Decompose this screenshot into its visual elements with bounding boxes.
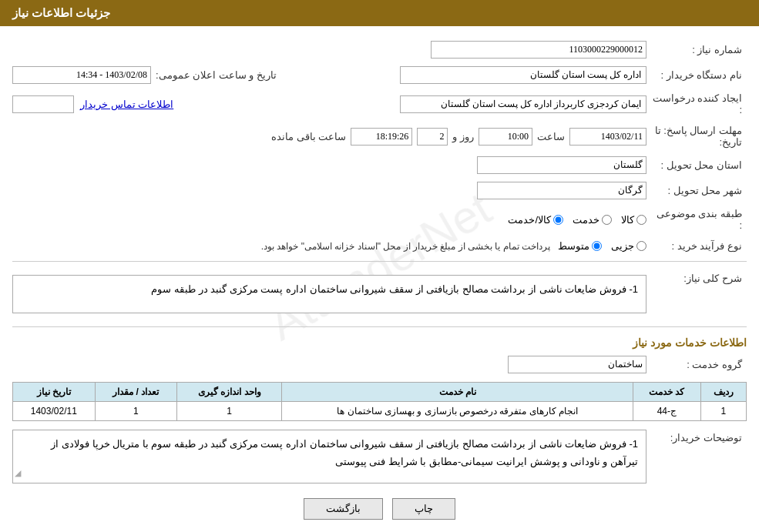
sharh-box: 1- فروش ضایعات ناشی از برداشت مصالح بازی… <box>12 275 646 313</box>
noe-jozee-label: جزیی <box>611 240 634 252</box>
noe-jozee-option[interactable]: جزیی <box>611 240 646 252</box>
divider1 <box>12 261 747 262</box>
mohlat-time-input[interactable] <box>351 128 412 146</box>
mohlat-roz-input[interactable] <box>417 128 448 146</box>
chap-button[interactable]: چاپ <box>392 498 455 520</box>
bazgasht-button[interactable]: بازگشت <box>304 498 383 520</box>
cell-nam: انجام کارهای متفرقه درخصوص بازسازی و بهس… <box>282 402 633 421</box>
col-radif: ردیف <box>700 383 746 402</box>
tozihat-label: توضیحات خریدار: <box>646 427 747 447</box>
tabaqe-kalakhadamat-option[interactable]: کالا/خدمت <box>508 214 563 226</box>
col-tedad: تعداد / مقدار <box>95 383 176 402</box>
ostan-label: استان محل تحویل : <box>646 156 747 174</box>
table-row: 1 ج-44 انجام کارهای متفرقه درخصوص بازساز… <box>13 402 747 421</box>
mohlat-date-input[interactable] <box>569 128 646 146</box>
noe-motavasset-label: متوسط <box>558 240 589 252</box>
shomareNiaz-input[interactable] <box>431 41 646 59</box>
page-header: جزئیات اطلاعات نیاز <box>0 0 759 26</box>
shahr-input[interactable] <box>477 182 646 199</box>
remaining-label: ساعت باقی مانده <box>271 131 346 142</box>
roz-label: روز و <box>452 131 474 142</box>
goroheKhadamat-label: گروه خدمت : <box>646 356 747 373</box>
cell-tedad: 1 <box>95 402 176 421</box>
tarikhoSaat-input[interactable] <box>12 66 151 84</box>
divider2 <box>12 326 747 327</box>
ostan-input[interactable] <box>477 156 646 174</box>
cell-tarikh: 1403/02/11 <box>13 402 96 421</box>
namDastgah-label: نام دستگاه خریدار : <box>646 66 747 84</box>
button-row: چاپ بازگشت <box>12 498 747 520</box>
tabaqe-khadamat-option[interactable]: خدمت <box>573 214 612 226</box>
saat-label: ساعت <box>537 131 565 142</box>
namDastgah-input[interactable] <box>400 66 646 84</box>
ijadKonande-input[interactable] <box>400 95 646 113</box>
col-tarikh: تاریخ نیاز <box>13 383 96 402</box>
cell-radif: 1 <box>700 402 746 421</box>
ettelaatTamas-link[interactable]: اطلاعات تماس خریدار <box>80 99 173 110</box>
tabaqe-kala-label: کالا <box>621 214 634 226</box>
tarikhoSaat-label: تاریخ و ساعت اعلان عمومی: <box>156 69 277 81</box>
sharh-label: شرح کلی نیاز: <box>646 268 747 287</box>
tabaqe-kala-option[interactable]: کالا <box>621 214 646 226</box>
noe-farayand-label: نوع فرآیند خرید : <box>646 237 747 255</box>
shahr-label: شهر محل تحویل : <box>646 182 747 199</box>
cell-kod: ج-44 <box>633 402 701 421</box>
goroheKhadamat-input[interactable] <box>508 356 646 373</box>
tabaqe-kalakhadamat-label: کالا/خدمت <box>508 214 551 226</box>
tozihat-text: 1- فروش ضایعات ناشی از برداشت مصالح بازی… <box>51 438 638 467</box>
tozihat-box: 1- فروش ضایعات ناشی از برداشت مصالح بازی… <box>12 430 646 483</box>
tabaqe-khadamat-label: خدمت <box>573 214 599 226</box>
sharh-text: 1- فروش ضایعات ناشی از برداشت مصالح بازی… <box>151 283 638 295</box>
cell-vahed: 1 <box>177 402 282 421</box>
col-vahed: واحد اندازه گیری <box>177 383 282 402</box>
shomareNiaz-label: شماره نیاز : <box>646 41 747 59</box>
mohlat-saat-input[interactable] <box>479 128 532 146</box>
ettelaatTamas-input[interactable] <box>12 95 74 113</box>
khadamat-section-title: اطلاعات خدمات مورد نیاز <box>12 336 747 349</box>
ijadKonande-label: ایجاد کننده درخواست : <box>646 89 747 119</box>
col-nam: نام خدمت <box>282 383 633 402</box>
services-table: ردیف کد خدمت نام خدمت واحد اندازه گیری ت… <box>12 382 747 421</box>
col-kod: کد خدمت <box>633 383 701 402</box>
resize-handle-icon: ◢ <box>15 466 21 481</box>
page-title: جزئیات اطلاعات نیاز <box>12 6 110 19</box>
tabaqe-label: طبقه بندی موضوعی : <box>646 205 747 234</box>
mohlat-label: مهلت ارسال پاسخ: تا تاریخ: <box>646 122 747 151</box>
noe-description-text: پرداخت تمام یا بخشی از مبلغ خریدار از مح… <box>261 241 550 252</box>
noe-motavasset-option[interactable]: متوسط <box>558 240 602 252</box>
